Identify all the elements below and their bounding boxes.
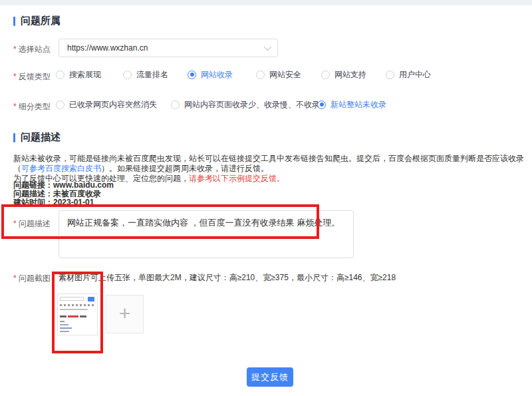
section-title: 问题所属 bbox=[21, 15, 61, 27]
thumbnail-detail bbox=[60, 331, 69, 332]
example-block: 问题链接：www.baidu.com 问题描述：未被百度收录 建站时间：2023… bbox=[13, 181, 114, 207]
plus-icon: + bbox=[119, 303, 131, 323]
radio-site-indexing[interactable]: 网站收录 bbox=[188, 69, 233, 80]
radio-traffic-ranking[interactable]: 流量排名 bbox=[123, 69, 168, 80]
thumbnail-detail bbox=[60, 297, 84, 301]
radio-icon bbox=[317, 100, 326, 109]
required-marker: * bbox=[13, 72, 17, 81]
radio-new-site-not-indexed[interactable]: 新站整站未收录 bbox=[317, 99, 386, 110]
uploaded-screenshot-thumbnail[interactable] bbox=[57, 294, 98, 335]
radio-icon bbox=[56, 71, 65, 79]
radio-icon bbox=[188, 71, 196, 79]
feedback-type-label: *反馈类型 bbox=[13, 71, 51, 83]
sub-type-label: *细分类型 bbox=[13, 101, 51, 112]
required-marker: * bbox=[13, 274, 17, 283]
section-accent-bar bbox=[13, 17, 15, 26]
thumbnail-detail bbox=[60, 309, 88, 310]
radio-few-slow-no-indexing[interactable]: 网站内容页面收录少、收录慢、不收录 bbox=[171, 99, 320, 110]
thumbnail-detail bbox=[60, 321, 65, 322]
intro-highlight-text: 请参考以下示例提交反馈。 bbox=[189, 174, 285, 183]
upload-image-button[interactable]: + bbox=[106, 295, 144, 333]
radio-user-center[interactable]: 用户中心 bbox=[386, 69, 431, 80]
thumbnail-detail bbox=[88, 297, 94, 301]
thumbnail-detail bbox=[80, 315, 86, 317]
screenshot-upload-hint: 素材图片可上传五张，单图最大2M，建议尺寸：高≥210、宽≥375，最小尺寸：高… bbox=[59, 272, 471, 284]
thumbnail-detail bbox=[60, 315, 66, 317]
description-label: *问题描述 bbox=[13, 218, 51, 230]
thumbnail-detail bbox=[60, 327, 72, 329]
required-marker: * bbox=[13, 102, 17, 111]
radio-icon bbox=[123, 71, 132, 79]
section-accent-bar bbox=[13, 133, 15, 142]
section-header-problem-category: 问题所属 bbox=[13, 15, 61, 27]
radio-search-display[interactable]: 搜索展现 bbox=[56, 69, 101, 80]
intro-text: ）。如果链接提交超两周未收录，请进行反馈。 bbox=[101, 164, 269, 173]
radio-icon bbox=[171, 100, 180, 109]
thumbnail-detail bbox=[60, 324, 68, 325]
radio-indexed-content-disappeared[interactable]: 已收录网页内容突然消失 bbox=[56, 99, 157, 110]
required-marker: * bbox=[13, 45, 17, 54]
site-select-label: *选择站点 bbox=[13, 44, 51, 55]
radio-icon bbox=[321, 71, 330, 79]
page-top-strip bbox=[0, 0, 532, 5]
radio-icon bbox=[256, 71, 265, 79]
feedback-form-page: { "colors": { "accent": "#4080f8", "butt… bbox=[0, 0, 532, 396]
submit-feedback-button[interactable]: 提交反馈 bbox=[247, 367, 293, 387]
example-line-site-date: 建站时间：2023-01-01 bbox=[13, 198, 114, 207]
radio-icon bbox=[56, 100, 65, 109]
section-header-problem-description: 问题描述 bbox=[13, 131, 61, 144]
thumbnail-detail bbox=[68, 315, 78, 317]
site-select-value: https://www.wxzhan.cn bbox=[67, 43, 264, 53]
description-textarea[interactable]: 网站正规备案，一直踏实做内容 ，但百度一直没有收录结果 麻烦处理。 bbox=[59, 210, 354, 258]
required-marker: * bbox=[13, 219, 17, 228]
site-select[interactable]: https://www.wxzhan.cn bbox=[59, 39, 278, 57]
whitepaper-link[interactable]: 可参考百度搜索白皮书 bbox=[21, 164, 101, 173]
radio-site-support[interactable]: 网站支持 bbox=[321, 69, 366, 80]
radio-site-security[interactable]: 网站安全 bbox=[256, 69, 301, 80]
screenshot-label: *问题截图 bbox=[13, 273, 51, 284]
section-title: 问题描述 bbox=[21, 131, 61, 144]
chevron-down-icon bbox=[264, 43, 271, 51]
thumbnail-detail bbox=[60, 304, 94, 306]
intro-paragraph: 新站未被收录，可能是链接尚未被百度爬虫发现，站长可以在链接提交工具中发布链接告知… bbox=[13, 154, 527, 184]
radio-icon bbox=[386, 71, 394, 79]
